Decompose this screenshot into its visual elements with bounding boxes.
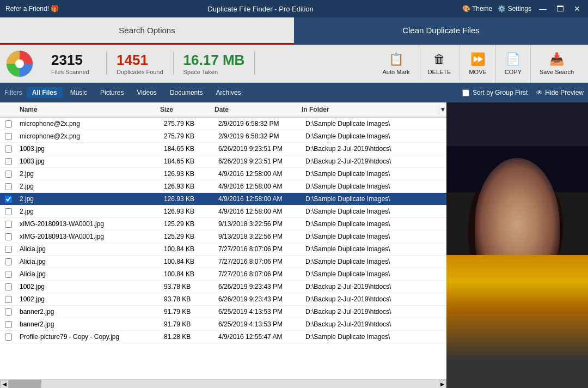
filters-label: Filters <box>4 89 22 96</box>
row-folder: D:\Sample Duplicate Images\ <box>302 269 446 279</box>
row-filename: 2.jpg <box>16 181 161 191</box>
row-checkbox[interactable] <box>5 208 12 215</box>
table-row[interactable]: Alicia.jpg100.84 KB7/27/2016 8:07:06 PMD… <box>0 268 446 281</box>
col-folder[interactable]: In Folder <box>298 105 439 114</box>
row-checkbox[interactable] <box>5 146 12 153</box>
table-row[interactable]: 2.jpg126.93 KB4/9/2016 12:58:00 AMD:\Sam… <box>0 205 446 218</box>
row-filename: 1002.jpg <box>16 282 161 292</box>
table-row[interactable]: banner2.jpg91.79 KB6/25/2019 4:13:53 PMD… <box>0 306 446 318</box>
table-row[interactable]: microphone@2x.png275.79 KB2/9/2019 6:58:… <box>0 118 446 130</box>
row-checkbox-cell[interactable] <box>0 257 16 266</box>
minimize-button[interactable]: — <box>537 4 549 13</box>
filter-videos[interactable]: Videos <box>131 87 162 98</box>
tab-clean[interactable]: Clean Duplicate Files <box>294 17 588 45</box>
sort-group[interactable]: Sort by Group First <box>462 89 528 96</box>
col-scroll[interactable]: ▼ <box>439 105 446 114</box>
row-date: 6/26/2019 9:23:51 PM <box>215 156 302 166</box>
row-checkbox-cell[interactable] <box>0 307 16 317</box>
row-checkbox-cell[interactable] <box>0 270 16 279</box>
hscroll-left[interactable]: ◀ <box>0 380 9 389</box>
automark-icon: 📋 <box>389 52 403 66</box>
col-date[interactable]: Date <box>211 105 298 114</box>
svg-point-3 <box>448 244 586 388</box>
filter-archives[interactable]: Archives <box>211 87 247 98</box>
filter-pictures[interactable]: Pictures <box>95 87 129 98</box>
tab-search[interactable]: Search Options <box>0 17 294 45</box>
settings-button[interactable]: ⚙️ Settings <box>498 5 531 13</box>
row-checkbox[interactable] <box>5 196 12 203</box>
col-name[interactable]: Name <box>16 105 157 114</box>
row-checkbox-cell[interactable] <box>0 207 16 216</box>
row-checkbox-cell[interactable] <box>0 320 16 329</box>
row-folder: D:\Sample Duplicate Images\ <box>302 169 446 179</box>
row-checkbox[interactable] <box>5 296 12 303</box>
table-row[interactable]: 1003.jpg184.65 KB6/26/2019 9:23:51 PMD:\… <box>0 143 446 155</box>
row-checkbox[interactable] <box>5 246 12 253</box>
row-checkbox[interactable] <box>5 334 12 341</box>
row-checkbox-cell[interactable] <box>0 195 16 204</box>
row-checkbox-cell[interactable] <box>0 220 16 229</box>
hscroll-thumb[interactable] <box>9 380 41 389</box>
table-row[interactable]: 1002.jpg93.78 KB6/26/2019 9:23:43 PMD:\B… <box>0 293 446 306</box>
sort-checkbox[interactable] <box>462 89 469 96</box>
move-button[interactable]: ⏩ MOVE <box>460 45 495 82</box>
row-checkbox[interactable] <box>5 308 12 316</box>
row-date: 4/9/2016 12:58:00 AM <box>215 181 302 191</box>
row-checkbox[interactable] <box>5 171 12 178</box>
row-checkbox-cell[interactable] <box>0 245 16 254</box>
table-row[interactable]: 1002.jpg93.78 KB6/26/2019 9:23:43 PMD:\B… <box>0 281 446 293</box>
row-checkbox-cell[interactable] <box>0 157 16 166</box>
row-checkbox[interactable] <box>5 233 12 240</box>
table-row[interactable]: 2.jpg126.93 KB4/9/2016 12:58:00 AMD:\Sam… <box>0 168 446 180</box>
row-checkbox[interactable] <box>5 271 12 278</box>
row-checkbox[interactable] <box>5 258 12 265</box>
save-search-button[interactable]: 📥 Save Search <box>531 45 583 82</box>
row-checkbox-cell[interactable] <box>0 182 16 191</box>
row-checkbox-cell[interactable] <box>0 169 16 179</box>
table-row[interactable]: Alicia.jpg100.84 KB7/27/2016 8:07:06 PMD… <box>0 256 446 268</box>
horizontal-scrollbar[interactable]: ◀ ▶ <box>0 379 446 388</box>
table-row[interactable]: banner2.jpg91.79 KB6/25/2019 4:13:53 PMD… <box>0 318 446 331</box>
theme-button[interactable]: 🎨 Theme <box>462 5 492 13</box>
row-checkbox-cell[interactable] <box>0 132 16 141</box>
maximize-button[interactable]: 🗖 <box>554 4 566 13</box>
row-checkbox[interactable] <box>5 321 12 328</box>
hide-preview-button[interactable]: 👁 Hide Preview <box>536 89 584 96</box>
table-row[interactable]: 1003.jpg184.65 KB6/26/2019 9:23:51 PMD:\… <box>0 155 446 168</box>
table-row[interactable]: xIMG-20180913-WA0001.jpg125.29 KB9/13/20… <box>0 231 446 243</box>
row-filename: Alicia.jpg <box>16 269 161 279</box>
hscroll-track[interactable] <box>9 380 438 389</box>
row-checkbox[interactable] <box>5 221 12 228</box>
delete-button[interactable]: 🗑 DELETE <box>419 45 461 82</box>
table-row[interactable]: xIMG-20180913-WA0001.jpg125.29 KB9/13/20… <box>0 218 446 231</box>
table-row[interactable]: 2.jpg126.93 KB4/9/2016 12:58:00 AMD:\Sam… <box>0 193 446 205</box>
refer-friend-link[interactable]: Refer a Friend! 🎁 <box>5 5 59 13</box>
row-checkbox-cell[interactable] <box>0 332 16 342</box>
table-row[interactable]: 2.jpg126.93 KB4/9/2016 12:58:00 AMD:\Sam… <box>0 180 446 193</box>
row-size: 126.93 KB <box>161 194 215 204</box>
row-checkbox-cell[interactable] <box>0 119 16 129</box>
automark-button[interactable]: 📋 Auto Mark <box>373 45 419 82</box>
table-row[interactable]: microphone@2x.png275.79 KB2/9/2019 6:58:… <box>0 130 446 143</box>
col-size[interactable]: Size <box>157 105 211 114</box>
close-button[interactable]: ✕ <box>572 4 583 13</box>
row-checkbox[interactable] <box>5 120 12 128</box>
hscroll-right[interactable]: ▶ <box>438 380 446 389</box>
svg-point-12 <box>510 234 524 240</box>
row-checkbox-cell[interactable] <box>0 282 16 292</box>
filter-all-files[interactable]: All Files <box>27 87 63 98</box>
table-row[interactable]: Profile-picture79 - Copy - Copy.jpg81.28… <box>0 331 446 343</box>
row-checkbox[interactable] <box>5 133 12 140</box>
svg-point-8 <box>529 186 563 267</box>
row-checkbox-cell[interactable] <box>0 232 16 241</box>
row-checkbox-cell[interactable] <box>0 295 16 304</box>
table-row[interactable]: Alicia.jpg100.84 KB7/27/2016 8:07:06 PMD… <box>0 243 446 256</box>
filter-music[interactable]: Music <box>65 87 93 98</box>
row-checkbox-cell[interactable] <box>0 144 16 154</box>
row-checkbox[interactable] <box>5 158 12 165</box>
row-folder: D:\Sample Duplicate Images\ <box>302 257 446 266</box>
copy-button[interactable]: 📄 COPY <box>496 45 531 82</box>
filter-documents[interactable]: Documents <box>164 87 209 98</box>
row-checkbox[interactable] <box>5 283 12 290</box>
row-checkbox[interactable] <box>5 183 12 190</box>
